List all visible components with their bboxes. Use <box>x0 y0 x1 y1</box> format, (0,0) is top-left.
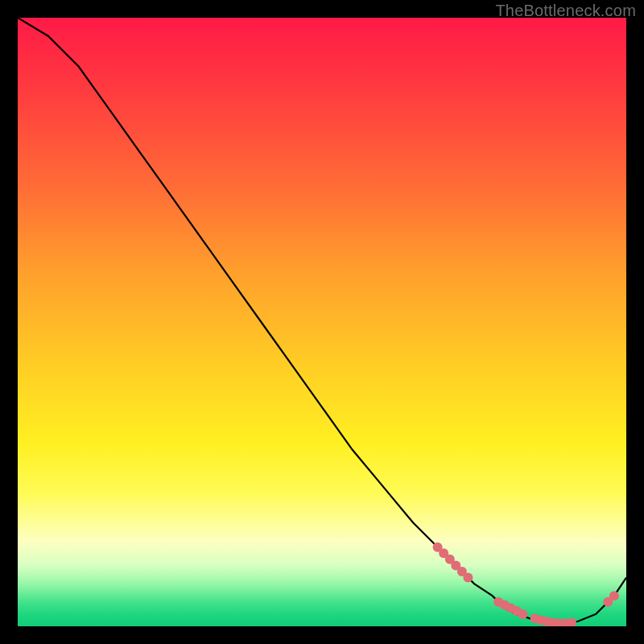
watermark-text: TheBottleneck.com <box>495 2 636 20</box>
marker-dot <box>609 591 619 601</box>
chart-frame: TheBottleneck.com <box>0 0 644 644</box>
marker-group <box>433 543 619 626</box>
curve-line <box>18 18 626 623</box>
marker-dot <box>518 609 528 619</box>
marker-dot <box>463 573 473 583</box>
marker-dot <box>567 618 576 627</box>
plot-area <box>18 18 626 626</box>
chart-svg <box>18 18 626 626</box>
